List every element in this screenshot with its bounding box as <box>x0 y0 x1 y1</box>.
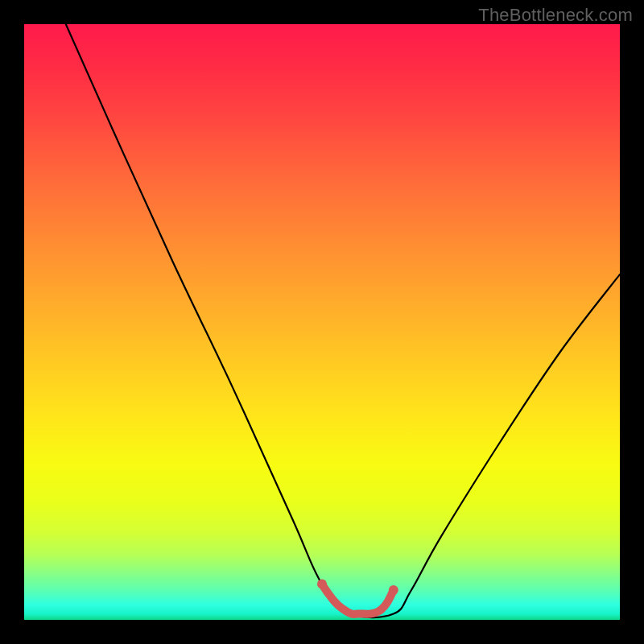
plot-area <box>24 24 620 620</box>
main-curve <box>66 24 620 617</box>
curve-layer <box>24 24 620 620</box>
highlight-endpoint-dot <box>317 580 327 589</box>
chart-frame: TheBottleneck.com <box>0 0 644 644</box>
highlight-segment <box>322 584 394 614</box>
watermark-text: TheBottleneck.com <box>478 5 633 26</box>
highlight-endpoint-dot <box>389 585 398 595</box>
